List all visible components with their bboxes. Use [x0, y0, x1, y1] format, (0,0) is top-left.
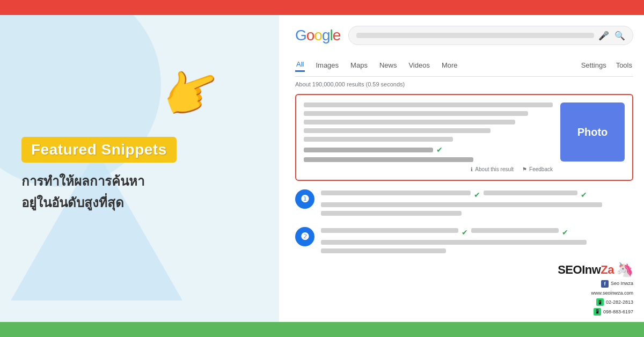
nav-tab-news[interactable]: News [378, 59, 398, 71]
check-icon-r1a: ✔ [474, 191, 480, 199]
snippet-line-2 [304, 111, 528, 116]
featured-title-box: Featured Snippets [21, 137, 177, 163]
result-line-1b [321, 202, 602, 207]
snippet-content: ✔ ℹ About this result ⚑ Feedback [304, 102, 553, 172]
search-icon[interactable]: 🔍 [614, 31, 625, 41]
photo-label: Photo [577, 126, 608, 138]
result-line-1c [321, 211, 462, 216]
google-search-area: Google 🎤 🔍 [295, 26, 633, 50]
facebook-icon: f [601, 280, 609, 288]
result-content-1: ✔ ✔ [321, 189, 633, 219]
info-icon: ℹ [471, 166, 473, 172]
search-bar-icons: 🎤 🔍 [598, 31, 625, 41]
brand-website: www.seoinwza.com [591, 289, 633, 297]
brand-facebook: Seo Inwza [611, 280, 633, 287]
result-check-row-2a: ✔ ✔ [321, 228, 633, 237]
top-bar [0, 0, 644, 15]
nav-tab-videos[interactable]: Videos [407, 59, 431, 71]
google-search-bar[interactable]: 🎤 🔍 [348, 26, 633, 45]
result-line-2b [321, 240, 587, 245]
brand-facebook-row: f Seo Inwza [601, 280, 633, 287]
brand-name: SEOInwZa [558, 263, 614, 277]
results-count: About 190,000,000 results (0.59 seconds) [295, 81, 633, 87]
snippet-line-4 [304, 128, 491, 133]
result-content-2: ✔ ✔ [321, 227, 633, 257]
result-number-1: ❶ [295, 189, 314, 209]
brand-phone1: 02-282-2813 [606, 298, 633, 306]
feedback-text: Feedback [529, 166, 553, 172]
google-nav-tabs: All Images Maps News Videos More Setting… [295, 58, 633, 77]
brand-box: SEOInwZa 🦄 f Seo Inwza www.seoinwza.com … [558, 261, 633, 316]
snippet-footer: ℹ About this result ⚑ Feedback [304, 166, 553, 172]
snippet-line-1 [304, 102, 553, 107]
featured-snippet-box: ✔ ℹ About this result ⚑ Feedback [295, 94, 633, 181]
nav-right-items: Settings Tools [580, 59, 633, 71]
snippet-check-row-2 [304, 157, 553, 162]
snippet-check-line-1 [304, 148, 433, 152]
brand-phone2: 098-883-6197 [603, 308, 633, 316]
snippet-line-3 [304, 120, 515, 124]
check-icon-r2b: ✔ [562, 228, 568, 237]
nav-settings[interactable]: Settings [580, 59, 608, 71]
brand-phone2-row: 📱 098-883-6197 [594, 308, 633, 316]
phone-icon-1: 📱 [596, 298, 604, 306]
check-icon-r2a: ✔ [462, 228, 468, 237]
nav-tools[interactable]: Tools [615, 59, 633, 71]
result-item-1: ❶ ✔ ✔ [295, 189, 633, 219]
subtitle-line2: อยู่ในอันดับสูงที่สุด [21, 192, 124, 213]
mic-icon[interactable]: 🎤 [598, 31, 609, 41]
check-icon-1: ✔ [436, 145, 443, 154]
featured-title-text: Featured Snippets [31, 141, 167, 158]
phone-icon-2: 📱 [594, 308, 601, 316]
google-logo: Google [295, 27, 340, 44]
main-container: 👉 Featured Snippets การทำให้ผลการค้นหา อ… [0, 0, 644, 337]
check-icon-r1b: ✔ [581, 191, 587, 199]
snippet-check-line-2 [304, 157, 473, 162]
snippet-check-row-1: ✔ [304, 145, 553, 154]
brand-logo: SEOInwZa 🦄 [558, 261, 633, 278]
nav-tab-maps[interactable]: Maps [349, 59, 369, 71]
nav-tab-more[interactable]: More [441, 59, 459, 71]
subtitle-line1: การทำให้ผลการค้นหา [21, 171, 144, 192]
feedback-icon: ⚑ [522, 166, 527, 172]
snippet-photo: Photo [560, 102, 625, 162]
nav-tab-all[interactable]: All [295, 58, 305, 72]
brand-phone1-row: 📱 02-282-2813 [596, 298, 633, 306]
nav-tab-images[interactable]: Images [314, 59, 340, 71]
snippet-line-5 [304, 137, 453, 142]
result-item-2: ❷ ✔ ✔ [295, 227, 633, 257]
result-check-row-1a: ✔ ✔ [321, 191, 633, 199]
bottom-bar [0, 322, 644, 337]
about-result-text: About this result [475, 166, 514, 172]
result-line-2c [321, 248, 446, 253]
about-result[interactable]: ℹ About this result [471, 166, 514, 172]
left-background [0, 15, 279, 322]
result-number-2: ❷ [295, 227, 314, 246]
search-bar-placeholder [356, 33, 594, 38]
unicorn-icon: 🦄 [616, 261, 633, 278]
feedback-item[interactable]: ⚑ Feedback [522, 166, 553, 172]
